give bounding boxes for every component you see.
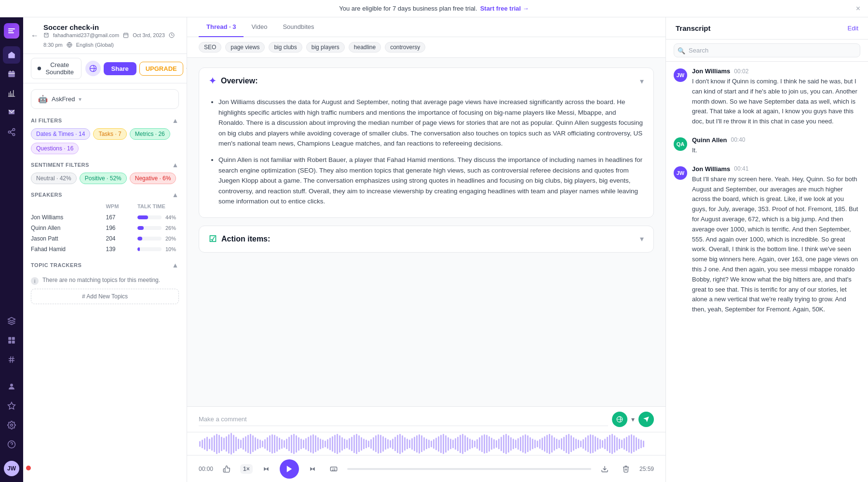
comment-dropdown-icon[interactable]: ▾: [631, 415, 635, 423]
meeting-date: Oct 3rd, 2023: [133, 32, 165, 38]
transcript-time: 00:02: [734, 68, 748, 75]
transcript-entry: QA Quinn Allen 00:40 It.: [674, 136, 860, 156]
transcript-search-input[interactable]: [674, 43, 860, 57]
waveform-bar: [469, 439, 471, 449]
waveform-bar: [578, 440, 579, 448]
app-logo[interactable]: [4, 23, 19, 39]
sentiment-positive[interactable]: Positive · 52%: [80, 173, 127, 184]
ai-filters-section-header[interactable]: AI FILTERS ▲: [31, 117, 179, 124]
waveform-bar: [223, 438, 225, 450]
svg-rect-0: [8, 71, 15, 77]
waveform-bar: [611, 434, 613, 454]
waveform-bar: [438, 436, 439, 452]
download-button[interactable]: [597, 461, 612, 477]
waveform-bar: [267, 437, 268, 451]
waveform-bar: [443, 434, 444, 454]
waveform-bar: [310, 435, 312, 453]
nav-dashboard-icon[interactable]: [3, 332, 20, 349]
topic-info-icon: i: [31, 277, 39, 285]
overview-card-header[interactable]: ✦ Overview: ▾: [199, 68, 653, 94]
filter-pill-metrics[interactable]: Metrics · 26: [130, 128, 170, 140]
waveform-bar: [346, 440, 348, 448]
topic-trackers-section-header[interactable]: TOPIC TRACKERS ▲: [31, 261, 179, 269]
speakers-section-header[interactable]: SPEAKERS ▲: [31, 191, 179, 199]
waveform-bar: [312, 434, 314, 454]
askfred-button[interactable]: 🤖 AskFred ▾: [31, 89, 179, 109]
waveform-bar: [522, 435, 524, 453]
action-items-card-header[interactable]: ☑ Action items: ▾: [199, 226, 653, 252]
filter-pill-questions[interactable]: Questions · 16: [31, 143, 79, 154]
waveform-bar: [435, 438, 437, 450]
comment-bar: ▾: [187, 406, 665, 432]
waveform-bar: [271, 434, 273, 454]
play-pause-button[interactable]: [280, 459, 299, 479]
nav-hashtag-icon[interactable]: [3, 351, 20, 368]
filter-tag[interactable]: page views: [225, 42, 265, 53]
forward-button[interactable]: [305, 461, 320, 477]
nav-team-icon[interactable]: [3, 378, 20, 395]
waveform-bar: [373, 437, 374, 451]
sentiment-filters-section-header[interactable]: SENTIMENT FILTERS ▲: [31, 161, 179, 169]
speaker-bar: [137, 215, 148, 219]
add-topics-button[interactable]: # Add New Topics: [31, 289, 179, 304]
playback-speed[interactable]: 1×: [240, 464, 253, 474]
tab-soundbites[interactable]: Soundbites: [275, 17, 322, 37]
sentiment-negative[interactable]: Negative · 6%: [130, 173, 176, 184]
filter-pill-tasks[interactable]: Tasks · 7: [93, 128, 126, 140]
back-button[interactable]: ←: [31, 31, 39, 40]
waveform-bar: [479, 437, 480, 451]
nav-layers-icon[interactable]: [3, 312, 20, 330]
waveform-bar: [464, 435, 466, 452]
filter-tag[interactable]: headline: [349, 42, 381, 53]
delete-button[interactable]: [618, 461, 634, 477]
waveform-bar: [592, 435, 594, 453]
translate-icon[interactable]: [85, 61, 101, 76]
nav-analytics-icon[interactable]: [3, 85, 20, 102]
tab-video[interactable]: Video: [244, 17, 275, 37]
waveform-bar: [361, 437, 362, 451]
waveform-bar: [245, 436, 246, 452]
transcript-content: Jon Williams 00:02 I don't know if Quinn…: [692, 67, 860, 127]
tab-thread[interactable]: Thread · 3: [199, 17, 244, 37]
nav-inbox-icon[interactable]: [3, 104, 20, 121]
waveform-bar: [508, 435, 509, 453]
waveform-bar: [488, 436, 490, 452]
waveform-bar: [580, 441, 582, 447]
filter-tag[interactable]: big clubs: [269, 42, 302, 53]
filter-pill-dates[interactable]: Dates & Times · 14: [31, 128, 90, 140]
nav-settings-icon[interactable]: [3, 416, 20, 434]
nav-share-icon[interactable]: [3, 123, 20, 141]
banner-close-icon[interactable]: ×: [856, 4, 860, 13]
comment-input[interactable]: [199, 413, 608, 426]
btn-soundbite-label: Create Soundbite: [44, 61, 75, 76]
nav-star-icon[interactable]: [3, 397, 20, 415]
caption-button[interactable]: [326, 461, 341, 477]
transcript-search-area: 🔍: [666, 40, 868, 62]
nav-help-icon[interactable]: [3, 436, 20, 453]
filter-tag[interactable]: big players: [306, 42, 345, 53]
waveform-bar: [448, 437, 449, 451]
banner-cta[interactable]: Start free trial →: [480, 5, 529, 12]
transcript-text: But I'll share my screen here. Yeah. Hey…: [692, 174, 860, 315]
share-button[interactable]: Share: [104, 62, 136, 75]
rewind-button[interactable]: [258, 461, 274, 477]
transcript-edit-button[interactable]: Edit: [848, 25, 858, 32]
upgrade-button[interactable]: UPGRADE: [139, 62, 183, 76]
waveform-bar: [216, 434, 217, 454]
nav-home-icon[interactable]: [3, 46, 20, 64]
progress-track[interactable]: [347, 468, 591, 470]
transcript-entry: JW Jon Williams 00:02 I don't know if Qu…: [674, 67, 860, 127]
thumbs-up-button[interactable]: [219, 461, 234, 477]
waveform-bar: [486, 435, 488, 453]
filter-tag[interactable]: controversy: [385, 42, 425, 53]
waveform-bar: [332, 436, 333, 452]
waveform-bar: [561, 438, 562, 450]
create-soundbite-button[interactable]: Create Soundbite: [31, 58, 81, 79]
comment-send-button[interactable]: [638, 412, 654, 427]
sentiment-neutral[interactable]: Neutral · 42%: [31, 173, 77, 184]
filter-tag[interactable]: SEO: [199, 42, 221, 53]
user-avatar[interactable]: JW: [4, 461, 19, 476]
overview-card: ✦ Overview: ▾ Jon Williams discusses the…: [199, 67, 654, 218]
nav-meetings-icon[interactable]: [3, 66, 20, 83]
comment-globe-button[interactable]: [612, 412, 627, 427]
